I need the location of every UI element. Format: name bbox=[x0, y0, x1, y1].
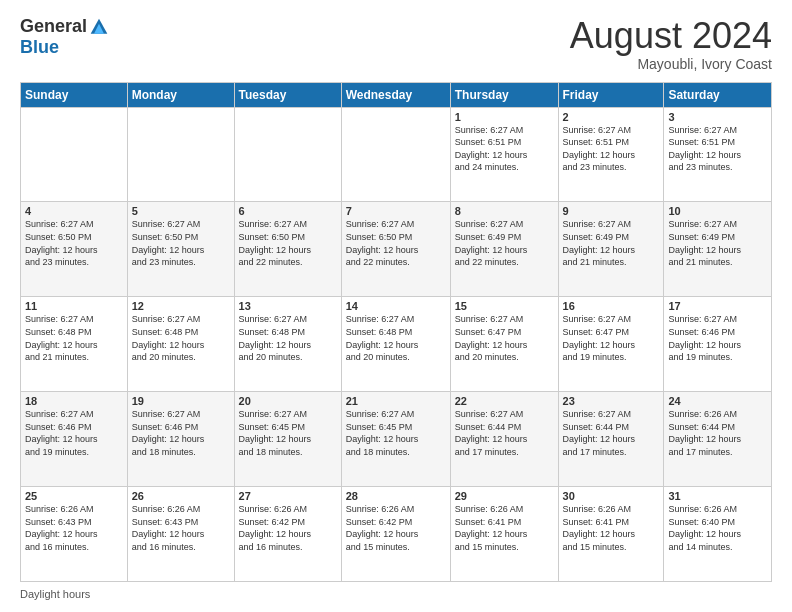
col-friday: Friday bbox=[558, 82, 664, 107]
title-area: August 2024 Mayoubli, Ivory Coast bbox=[570, 16, 772, 72]
day-number: 30 bbox=[563, 490, 660, 502]
day-info: Sunrise: 6:27 AM Sunset: 6:50 PM Dayligh… bbox=[25, 218, 123, 268]
table-row: 28Sunrise: 6:26 AM Sunset: 6:42 PM Dayli… bbox=[341, 487, 450, 582]
table-row: 18Sunrise: 6:27 AM Sunset: 6:46 PM Dayli… bbox=[21, 392, 128, 487]
table-row: 27Sunrise: 6:26 AM Sunset: 6:42 PM Dayli… bbox=[234, 487, 341, 582]
day-info: Sunrise: 6:27 AM Sunset: 6:48 PM Dayligh… bbox=[132, 313, 230, 363]
day-number: 18 bbox=[25, 395, 123, 407]
day-info: Sunrise: 6:27 AM Sunset: 6:51 PM Dayligh… bbox=[668, 124, 767, 174]
calendar-header-row: Sunday Monday Tuesday Wednesday Thursday… bbox=[21, 82, 772, 107]
day-number: 27 bbox=[239, 490, 337, 502]
day-info: Sunrise: 6:26 AM Sunset: 6:41 PM Dayligh… bbox=[455, 503, 554, 553]
table-row: 29Sunrise: 6:26 AM Sunset: 6:41 PM Dayli… bbox=[450, 487, 558, 582]
day-number: 8 bbox=[455, 205, 554, 217]
table-row: 21Sunrise: 6:27 AM Sunset: 6:45 PM Dayli… bbox=[341, 392, 450, 487]
logo-icon bbox=[89, 17, 109, 37]
day-number: 22 bbox=[455, 395, 554, 407]
table-row: 16Sunrise: 6:27 AM Sunset: 6:47 PM Dayli… bbox=[558, 297, 664, 392]
location-subtitle: Mayoubli, Ivory Coast bbox=[570, 56, 772, 72]
day-info: Sunrise: 6:27 AM Sunset: 6:44 PM Dayligh… bbox=[563, 408, 660, 458]
day-number: 11 bbox=[25, 300, 123, 312]
day-info: Sunrise: 6:27 AM Sunset: 6:51 PM Dayligh… bbox=[563, 124, 660, 174]
day-number: 20 bbox=[239, 395, 337, 407]
day-number: 16 bbox=[563, 300, 660, 312]
table-row: 4Sunrise: 6:27 AM Sunset: 6:50 PM Daylig… bbox=[21, 202, 128, 297]
day-number: 5 bbox=[132, 205, 230, 217]
day-number: 19 bbox=[132, 395, 230, 407]
day-number: 12 bbox=[132, 300, 230, 312]
table-row bbox=[341, 107, 450, 202]
day-number: 31 bbox=[668, 490, 767, 502]
day-number: 29 bbox=[455, 490, 554, 502]
calendar-week-row: 25Sunrise: 6:26 AM Sunset: 6:43 PM Dayli… bbox=[21, 487, 772, 582]
day-info: Sunrise: 6:27 AM Sunset: 6:48 PM Dayligh… bbox=[346, 313, 446, 363]
day-number: 25 bbox=[25, 490, 123, 502]
logo-general: General bbox=[20, 16, 87, 37]
table-row: 9Sunrise: 6:27 AM Sunset: 6:49 PM Daylig… bbox=[558, 202, 664, 297]
table-row: 6Sunrise: 6:27 AM Sunset: 6:50 PM Daylig… bbox=[234, 202, 341, 297]
day-info: Sunrise: 6:26 AM Sunset: 6:40 PM Dayligh… bbox=[668, 503, 767, 553]
day-info: Sunrise: 6:27 AM Sunset: 6:44 PM Dayligh… bbox=[455, 408, 554, 458]
header: General Blue August 2024 Mayoubli, Ivory… bbox=[20, 16, 772, 72]
table-row: 19Sunrise: 6:27 AM Sunset: 6:46 PM Dayli… bbox=[127, 392, 234, 487]
day-info: Sunrise: 6:27 AM Sunset: 6:50 PM Dayligh… bbox=[346, 218, 446, 268]
day-number: 7 bbox=[346, 205, 446, 217]
day-info: Sunrise: 6:26 AM Sunset: 6:41 PM Dayligh… bbox=[563, 503, 660, 553]
day-info: Sunrise: 6:27 AM Sunset: 6:46 PM Dayligh… bbox=[668, 313, 767, 363]
day-number: 10 bbox=[668, 205, 767, 217]
table-row: 24Sunrise: 6:26 AM Sunset: 6:44 PM Dayli… bbox=[664, 392, 772, 487]
day-number: 4 bbox=[25, 205, 123, 217]
day-number: 24 bbox=[668, 395, 767, 407]
day-info: Sunrise: 6:27 AM Sunset: 6:48 PM Dayligh… bbox=[239, 313, 337, 363]
day-info: Sunrise: 6:27 AM Sunset: 6:48 PM Dayligh… bbox=[25, 313, 123, 363]
day-info: Sunrise: 6:27 AM Sunset: 6:50 PM Dayligh… bbox=[239, 218, 337, 268]
table-row: 12Sunrise: 6:27 AM Sunset: 6:48 PM Dayli… bbox=[127, 297, 234, 392]
day-info: Sunrise: 6:26 AM Sunset: 6:42 PM Dayligh… bbox=[239, 503, 337, 553]
table-row: 13Sunrise: 6:27 AM Sunset: 6:48 PM Dayli… bbox=[234, 297, 341, 392]
day-info: Sunrise: 6:27 AM Sunset: 6:51 PM Dayligh… bbox=[455, 124, 554, 174]
table-row bbox=[234, 107, 341, 202]
page: General Blue August 2024 Mayoubli, Ivory… bbox=[0, 0, 792, 612]
table-row: 26Sunrise: 6:26 AM Sunset: 6:43 PM Dayli… bbox=[127, 487, 234, 582]
table-row: 22Sunrise: 6:27 AM Sunset: 6:44 PM Dayli… bbox=[450, 392, 558, 487]
day-info: Sunrise: 6:27 AM Sunset: 6:47 PM Dayligh… bbox=[455, 313, 554, 363]
footer: Daylight hours bbox=[20, 588, 772, 600]
day-number: 23 bbox=[563, 395, 660, 407]
col-saturday: Saturday bbox=[664, 82, 772, 107]
day-info: Sunrise: 6:27 AM Sunset: 6:47 PM Dayligh… bbox=[563, 313, 660, 363]
day-info: Sunrise: 6:27 AM Sunset: 6:45 PM Dayligh… bbox=[346, 408, 446, 458]
table-row: 14Sunrise: 6:27 AM Sunset: 6:48 PM Dayli… bbox=[341, 297, 450, 392]
day-info: Sunrise: 6:27 AM Sunset: 6:49 PM Dayligh… bbox=[563, 218, 660, 268]
day-number: 26 bbox=[132, 490, 230, 502]
day-number: 9 bbox=[563, 205, 660, 217]
day-info: Sunrise: 6:26 AM Sunset: 6:42 PM Dayligh… bbox=[346, 503, 446, 553]
day-number: 13 bbox=[239, 300, 337, 312]
day-number: 3 bbox=[668, 111, 767, 123]
table-row: 5Sunrise: 6:27 AM Sunset: 6:50 PM Daylig… bbox=[127, 202, 234, 297]
table-row: 20Sunrise: 6:27 AM Sunset: 6:45 PM Dayli… bbox=[234, 392, 341, 487]
table-row: 2Sunrise: 6:27 AM Sunset: 6:51 PM Daylig… bbox=[558, 107, 664, 202]
logo: General Blue bbox=[20, 16, 109, 58]
day-info: Sunrise: 6:27 AM Sunset: 6:46 PM Dayligh… bbox=[25, 408, 123, 458]
day-info: Sunrise: 6:27 AM Sunset: 6:45 PM Dayligh… bbox=[239, 408, 337, 458]
col-wednesday: Wednesday bbox=[341, 82, 450, 107]
table-row: 1Sunrise: 6:27 AM Sunset: 6:51 PM Daylig… bbox=[450, 107, 558, 202]
day-number: 1 bbox=[455, 111, 554, 123]
table-row: 10Sunrise: 6:27 AM Sunset: 6:49 PM Dayli… bbox=[664, 202, 772, 297]
table-row: 25Sunrise: 6:26 AM Sunset: 6:43 PM Dayli… bbox=[21, 487, 128, 582]
day-number: 21 bbox=[346, 395, 446, 407]
day-info: Sunrise: 6:27 AM Sunset: 6:49 PM Dayligh… bbox=[668, 218, 767, 268]
day-info: Sunrise: 6:26 AM Sunset: 6:44 PM Dayligh… bbox=[668, 408, 767, 458]
table-row: 17Sunrise: 6:27 AM Sunset: 6:46 PM Dayli… bbox=[664, 297, 772, 392]
daylight-hours-label: Daylight hours bbox=[20, 588, 90, 600]
table-row: 31Sunrise: 6:26 AM Sunset: 6:40 PM Dayli… bbox=[664, 487, 772, 582]
col-sunday: Sunday bbox=[21, 82, 128, 107]
calendar: Sunday Monday Tuesday Wednesday Thursday… bbox=[20, 82, 772, 582]
day-info: Sunrise: 6:26 AM Sunset: 6:43 PM Dayligh… bbox=[25, 503, 123, 553]
day-number: 6 bbox=[239, 205, 337, 217]
calendar-week-row: 4Sunrise: 6:27 AM Sunset: 6:50 PM Daylig… bbox=[21, 202, 772, 297]
calendar-week-row: 18Sunrise: 6:27 AM Sunset: 6:46 PM Dayli… bbox=[21, 392, 772, 487]
logo-blue: Blue bbox=[20, 37, 59, 58]
table-row: 15Sunrise: 6:27 AM Sunset: 6:47 PM Dayli… bbox=[450, 297, 558, 392]
day-info: Sunrise: 6:27 AM Sunset: 6:49 PM Dayligh… bbox=[455, 218, 554, 268]
